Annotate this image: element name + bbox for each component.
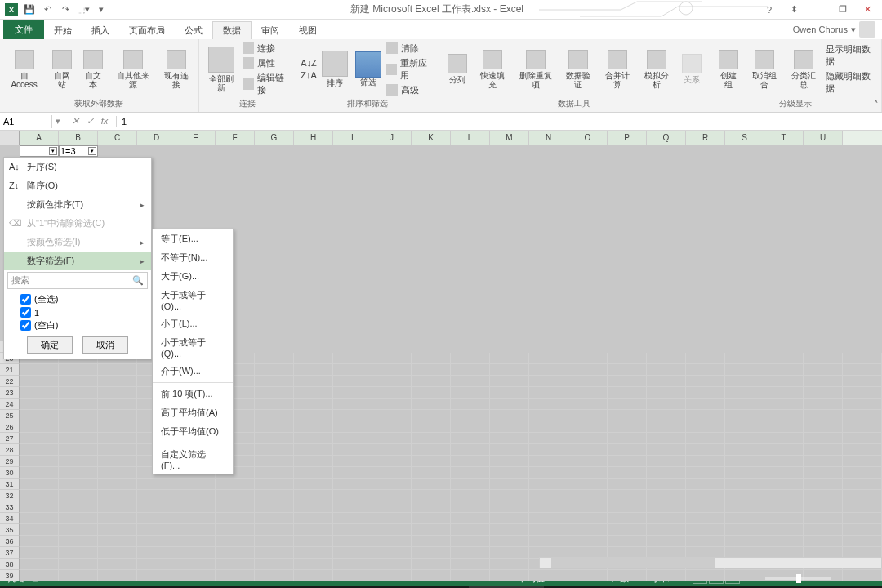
column-header-q[interactable]: Q <box>647 131 686 145</box>
cell[interactable] <box>529 490 568 501</box>
cell[interactable] <box>255 559 294 570</box>
cell[interactable] <box>804 364 843 376</box>
cell[interactable] <box>176 513 216 524</box>
cell[interactable] <box>529 456 568 467</box>
cell[interactable] <box>333 387 372 399</box>
cell[interactable] <box>804 490 843 501</box>
cell[interactable] <box>255 490 294 501</box>
cell[interactable] <box>647 387 686 399</box>
cell[interactable] <box>372 456 412 467</box>
cell[interactable] <box>725 513 764 524</box>
cell[interactable] <box>20 467 59 479</box>
cell[interactable] <box>608 513 647 524</box>
cell[interactable] <box>412 501 451 513</box>
fx-icon[interactable]: fx <box>98 116 111 127</box>
cell[interactable] <box>59 547 98 559</box>
cell[interactable] <box>98 399 137 410</box>
cell[interactable] <box>608 421 647 433</box>
cell[interactable] <box>843 399 882 410</box>
cell[interactable] <box>255 536 294 547</box>
cell[interactable] <box>98 559 137 570</box>
cell[interactable] <box>490 376 529 387</box>
cell[interactable] <box>451 524 490 536</box>
cell[interactable] <box>372 570 412 581</box>
cell[interactable] <box>490 467 529 479</box>
cell[interactable] <box>843 376 882 387</box>
cell[interactable] <box>412 421 451 433</box>
cell[interactable] <box>725 501 764 513</box>
cell[interactable] <box>59 501 98 513</box>
cell[interactable] <box>137 570 176 581</box>
row-header[interactable]: 32 <box>0 490 20 501</box>
cell[interactable] <box>255 353 294 364</box>
text-to-columns-button[interactable]: 分列 <box>443 52 472 86</box>
cell[interactable] <box>451 479 490 490</box>
cell[interactable] <box>686 490 725 501</box>
cell[interactable] <box>686 456 725 467</box>
cell[interactable] <box>451 387 490 399</box>
cell[interactable] <box>216 524 255 536</box>
cell[interactable] <box>529 479 568 490</box>
cell[interactable] <box>98 456 137 467</box>
cell[interactable] <box>412 513 451 524</box>
sort-descending-item[interactable]: Z↓降序(O) <box>4 176 151 195</box>
cell[interactable] <box>725 444 764 456</box>
cell[interactable] <box>59 433 98 444</box>
name-box-dropdown-icon[interactable]: ▾ <box>52 116 64 127</box>
cell[interactable] <box>843 524 882 536</box>
cell[interactable] <box>725 570 764 581</box>
cell[interactable] <box>764 479 804 490</box>
cell[interactable] <box>372 410 412 421</box>
cell[interactable] <box>608 410 647 421</box>
cell[interactable] <box>294 376 333 387</box>
cell[interactable] <box>333 433 372 444</box>
cell[interactable] <box>176 524 216 536</box>
cell[interactable] <box>764 387 804 399</box>
cell[interactable] <box>529 536 568 547</box>
cell[interactable] <box>137 513 176 524</box>
subtotal-button[interactable]: 分类汇总 <box>785 48 822 91</box>
cell[interactable] <box>804 353 843 364</box>
cell[interactable] <box>490 479 529 490</box>
cell[interactable] <box>176 501 216 513</box>
cell[interactable] <box>686 399 725 410</box>
cell[interactable] <box>20 479 59 490</box>
cell[interactable] <box>137 559 176 570</box>
connections-button[interactable]: 连接 <box>242 42 292 56</box>
cell[interactable] <box>20 364 59 376</box>
cell[interactable] <box>490 421 529 433</box>
cell[interactable] <box>176 570 216 581</box>
cell[interactable] <box>686 536 725 547</box>
select-all-corner[interactable] <box>0 131 20 145</box>
cell[interactable] <box>59 490 98 501</box>
show-detail-button[interactable]: 显示明细数据 <box>825 42 878 69</box>
tab-review[interactable]: 审阅 <box>252 22 289 39</box>
cell[interactable] <box>647 536 686 547</box>
cell[interactable] <box>255 399 294 410</box>
cell[interactable] <box>529 410 568 421</box>
column-header-l[interactable]: L <box>451 131 490 145</box>
cell[interactable] <box>804 467 843 479</box>
cell[interactable] <box>608 490 647 501</box>
cell[interactable] <box>59 559 98 570</box>
cell[interactable] <box>59 387 98 399</box>
cell[interactable] <box>529 513 568 524</box>
row-header[interactable]: 36 <box>0 536 20 547</box>
excel-logo[interactable]: X <box>3 2 20 18</box>
cell[interactable] <box>20 490 59 501</box>
cell[interactable] <box>608 479 647 490</box>
cell[interactable] <box>372 547 412 559</box>
cell[interactable] <box>216 513 255 524</box>
cell[interactable] <box>764 467 804 479</box>
cell[interactable] <box>294 456 333 467</box>
cell[interactable] <box>294 467 333 479</box>
cell[interactable] <box>372 376 412 387</box>
row-header[interactable]: 38 <box>0 559 20 570</box>
cell[interactable] <box>372 536 412 547</box>
row-header[interactable]: 25 <box>0 410 20 421</box>
cell[interactable] <box>804 479 843 490</box>
cell[interactable] <box>176 490 216 501</box>
filter-button[interactable]: 筛选 <box>352 50 384 88</box>
filter-dropdown-icon[interactable]: ▾ <box>88 147 96 155</box>
edit-links-button[interactable]: 编辑链接 <box>242 71 292 97</box>
